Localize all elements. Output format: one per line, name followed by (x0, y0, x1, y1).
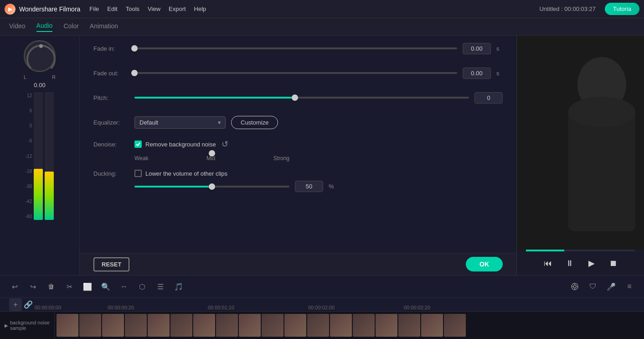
app-logo-icon: ▶ (5, 4, 15, 15)
reset-ok-bar: RESET OK (80, 253, 516, 275)
filter-button[interactable]: ☰ (153, 279, 168, 294)
thumb-11 (284, 314, 306, 337)
thumb-3 (102, 314, 124, 337)
playback-controls: ⏮ ⏸ ▶ ⏹ (517, 251, 644, 275)
app-name: Wondershare Filmora (19, 5, 80, 13)
thumb-13 (330, 314, 352, 337)
add-track-button[interactable]: + (9, 298, 22, 311)
preview-video (517, 36, 644, 250)
ducking-label-text: Lower the volume of other clips (145, 170, 227, 177)
track-content[interactable] (55, 312, 644, 339)
list-button[interactable]: ≡ (622, 279, 637, 294)
time-mark-0: 00:00:00:00 (35, 305, 61, 310)
thumb-4 (125, 314, 147, 337)
scale-0: 0 (26, 123, 32, 128)
track-name: background noise sample (10, 320, 50, 331)
thumb-5 (148, 314, 170, 337)
delete-button[interactable] (44, 279, 58, 294)
transform-button[interactable]: ↔ (117, 279, 131, 294)
track-row: ▶ background noise sample (0, 312, 644, 339)
cut-button[interactable]: ✂ (62, 279, 77, 294)
ducking-slider[interactable] (134, 186, 289, 188)
fade-in-label: Fade in: (93, 45, 134, 52)
tab-audio[interactable]: Audio (36, 22, 53, 32)
fade-out-unit: s (496, 70, 503, 77)
tab-animation[interactable]: Animation (90, 22, 118, 31)
scale-n12: -12 (26, 154, 32, 159)
redo-button[interactable]: ↪ (26, 279, 40, 294)
fade-out-slider[interactable] (134, 72, 457, 74)
undo-button[interactable]: ↩ (7, 279, 22, 294)
noise-weak-label: Weak (134, 155, 148, 162)
fade-out-input[interactable]: 0.00 (463, 68, 491, 79)
thumb-17 (421, 314, 443, 337)
tab-color[interactable]: Color (63, 22, 78, 31)
play-pause-button[interactable]: ⏸ (562, 256, 577, 271)
mic-button[interactable]: 🎤 (604, 279, 618, 294)
playback-track[interactable] (526, 250, 635, 251)
thumb-14 (353, 314, 375, 337)
time-mark-3: 00:00:02:00 (308, 305, 335, 310)
equalizer-label: Equalizer: (93, 119, 134, 126)
menu-file[interactable]: File (89, 4, 99, 14)
trash-icon (47, 283, 55, 290)
tab-video[interactable]: Video (9, 22, 26, 31)
track-label: ▶ background noise sample (0, 312, 55, 339)
shield-button[interactable]: 🛡 (586, 279, 600, 294)
remove-noise-checkbox-row: Remove background noise (134, 141, 216, 148)
menu-tools[interactable]: Tools (126, 4, 139, 14)
svg-point-6 (573, 285, 576, 288)
menu-items: File Edit Tools View Export Help (89, 4, 206, 14)
lr-labels: L R (24, 74, 56, 80)
ducking-checkbox[interactable] (134, 170, 142, 177)
fade-out-row: Fade out: 0.00 s (93, 65, 503, 81)
fade-in-input[interactable]: 0.00 (463, 43, 491, 54)
pitch-label: Pitch: (93, 94, 134, 101)
ducking-value-input[interactable]: 50 (295, 181, 323, 192)
ok-button[interactable]: OK (466, 257, 503, 271)
shape-button[interactable]: ⬡ (135, 279, 149, 294)
menu-edit[interactable]: Edit (107, 4, 117, 14)
right-panel: ⏮ ⏸ ▶ ⏹ (516, 36, 644, 275)
pitch-input[interactable]: 0 (474, 92, 503, 104)
rewind-button[interactable]: ⏮ (541, 256, 555, 271)
menu-export[interactable]: Export (169, 4, 186, 14)
zoom-button[interactable]: 🔍 (98, 279, 113, 294)
thumb-1 (57, 314, 78, 337)
tutorial-button[interactable]: Tutoria (605, 3, 639, 15)
menu-view[interactable]: View (148, 4, 160, 14)
meter-bar-r (45, 92, 54, 220)
scale-n60: -60 (26, 214, 32, 219)
crop-button[interactable]: ⬜ (80, 279, 95, 294)
noise-strong-label: Strong (273, 155, 289, 162)
scale-12: 12 (26, 93, 32, 98)
thumb-15 (376, 314, 397, 337)
toolbar: ↩ ↪ ✂ ⬜ 🔍 ↔ ⬡ ☰ 🎵 🛡 🎤 ≡ (0, 275, 644, 298)
reset-button[interactable]: RESET (93, 257, 129, 271)
l-label: L (24, 74, 26, 80)
remove-noise-checkbox[interactable] (134, 141, 142, 148)
effects-button[interactable] (567, 279, 582, 294)
scale-n42: -42 (26, 199, 32, 204)
pitch-row: Pitch: 0 (93, 89, 503, 106)
pitch-slider[interactable] (134, 97, 469, 99)
fade-out-label: Fade out: (93, 70, 134, 77)
denoise-reset-button[interactable]: ↺ (220, 139, 231, 150)
menu-help[interactable]: Help (194, 4, 206, 14)
thumb-16 (398, 314, 420, 337)
stop-button[interactable]: ⏹ (606, 256, 621, 271)
play-track-icon: ▶ (5, 323, 8, 328)
time-ruler: + 🔗 00:00:00:00 00:00:00:20 00:00:01:10 … (0, 298, 644, 312)
equalizer-control: Default ▾ Customize (134, 116, 503, 129)
equalizer-select[interactable]: Default (134, 116, 226, 129)
ducking-unit: % (329, 183, 335, 190)
customize-button[interactable]: Customize (231, 116, 278, 129)
link-button[interactable]: 🔗 (22, 298, 35, 311)
play-forward-button[interactable]: ▶ (584, 256, 599, 271)
fade-in-slider[interactable] (134, 47, 457, 49)
scale-6: 6 (26, 108, 32, 113)
svg-point-0 (39, 44, 43, 48)
noise-level-section: Weak Mid Strong (93, 153, 503, 162)
audio-button[interactable]: 🎵 (171, 279, 186, 294)
volume-knob[interactable] (24, 40, 56, 72)
